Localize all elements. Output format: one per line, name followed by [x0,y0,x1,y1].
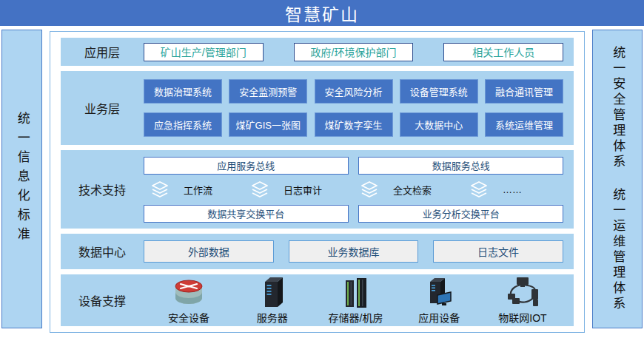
data-source-box: 日志文件 [433,240,563,263]
right-sidebar-label-ops: 统一运维管理体系 [611,188,625,312]
business-module: 安全风险分析 [315,79,393,104]
iot-network-icon [505,276,540,308]
data-source-box: 外部数据 [144,240,274,263]
business-module: 融合通讯管理 [485,79,563,104]
application-box: 政府/环境保护部门 [294,43,414,61]
business-module: 系统运维管理 [485,112,563,137]
business-module: 设备管理系统 [400,79,478,104]
application-boxes: 矿山生产/管理部门 政府/环境保护部门 相关工作人员 [144,38,574,66]
business-module: 大数据中心 [400,112,478,137]
equipment-item: 存储器/机房 [315,276,397,325]
data-source-box: 业务数据库 [289,240,419,263]
equipment-label: 安全设备 [168,310,209,325]
layers-icon [150,180,170,198]
layers-icon [359,180,380,198]
layer-equipment: 设备支撑 安全设备 [61,274,574,326]
storage-rack-icon [341,276,371,308]
middleware-item: …… [469,180,522,198]
equipment-label: 物联网IOT [498,310,546,325]
layer-data-center: 数据中心 外部数据 业务数据库 日志文件 [61,234,574,269]
business-module: 煤矿GIS一张图 [229,112,307,137]
equipment-item: 安全设备 [148,276,229,325]
diagram-body: 统一信息化标准 应用层 矿山生产/管理部门 政府/环境保护部门 相关工作人员 业… [0,26,644,338]
equipment-label: 存储器/机房 [329,310,383,325]
layer-label: 业务层 [61,71,144,145]
layer-label: 应用层 [61,38,144,66]
service-bus: 数据服务总线 [358,157,563,175]
equipment-item: 应用设备 [398,276,480,325]
title-bar: 智慧矿山 [0,0,644,26]
business-buttons: 数据治理系统 安全监测预警 安全风险分析 设备管理系统 融合通讯管理 应急指挥系… [144,71,574,145]
service-bus: 应用服务总线 [144,157,349,175]
layers-icon [249,180,270,198]
middleware-item: 日志审计 [249,180,322,198]
layer-label: 设备支撑 [61,274,144,326]
tech-support-content: 应用服务总线 数据服务总线 工作流 日志审计 [144,150,574,229]
equipment-label: 应用设备 [418,310,460,325]
right-sidebar-label-security: 统一安全管理体系 [611,46,625,170]
smart-mine-architecture-diagram: 智慧矿山 统一信息化标准 应用层 矿山生产/管理部门 政府/环境保护部门 相关工… [0,0,644,338]
middleware-label: 全文检索 [393,183,432,197]
middleware-item: 全文检索 [359,180,432,198]
exchange-platform: 业务分析交换平台 [358,205,563,223]
business-module: 数据治理系统 [144,79,222,104]
business-row: 数据治理系统 安全监测预警 安全风险分析 设备管理系统 融合通讯管理 [144,79,563,104]
layers-icon [469,180,489,198]
middleware-label: 工作流 [184,183,212,197]
equipment-items: 安全设备 服务器 [144,274,574,326]
layer-business: 业务层 数据治理系统 安全监测预警 安全风险分析 设备管理系统 融合通讯管理 应… [61,71,574,145]
business-row: 应急指挥系统 煤矿GIS一张图 煤矿数字孪生 大数据中心 系统运维管理 [144,112,563,137]
main-panel: 应用层 矿山生产/管理部门 政府/环境保护部门 相关工作人员 业务层 数据治理系… [50,31,585,333]
right-sidebar: 统一安全管理体系 统一运维管理体系 [592,30,643,328]
equipment-item: 服务器 [232,276,313,325]
firewall-icon [171,276,207,308]
middleware-item: 工作流 [150,180,212,198]
equipment-item: 物联网IOT [482,276,563,325]
business-module: 安全监测预警 [229,79,307,104]
exchange-platform-row: 数据共享交换平台 业务分析交换平台 [144,205,563,223]
layer-label: 数据中心 [61,234,144,269]
equipment-label: 服务器 [257,310,288,325]
layer-application: 应用层 矿山生产/管理部门 政府/环境保护部门 相关工作人员 [61,38,574,66]
left-sidebar-label: 统一信息化标准 [15,112,29,246]
server-icon [258,276,287,308]
left-sidebar: 统一信息化标准 [1,30,42,328]
application-box: 相关工作人员 [443,43,563,61]
application-box: 矿山生产/管理部门 [144,43,264,61]
business-module: 煤矿数字孪生 [315,112,393,137]
application-device-icon [424,276,454,308]
middleware-label: 日志审计 [284,183,322,197]
service-bus-row: 应用服务总线 数据服务总线 [144,157,563,175]
exchange-platform: 数据共享交换平台 [144,205,349,223]
data-center-boxes: 外部数据 业务数据库 日志文件 [144,234,574,269]
page-title: 智慧矿山 [285,1,359,26]
middleware-row: 工作流 日志审计 全文检索 …… [144,180,563,198]
business-module: 应急指挥系统 [144,112,222,137]
middleware-label: …… [503,184,522,195]
layer-tech-support: 技术支持 应用服务总线 数据服务总线 工作流 日志审计 [61,150,574,229]
layer-label: 技术支持 [61,150,144,229]
